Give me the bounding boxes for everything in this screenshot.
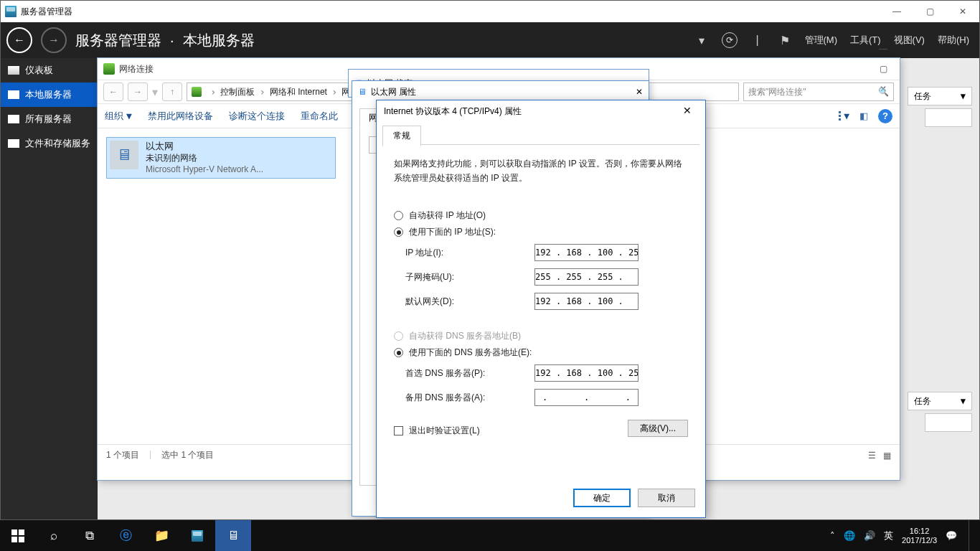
taskbar-clock[interactable]: 16:12 2017/12/3 [902,527,937,545]
sidebar-item-dashboard[interactable]: 仪表板 [1,58,98,83]
windows-logo-icon [11,529,24,542]
sidebar-label-file: 文件和存储服务 [25,137,90,150]
flag-icon[interactable]: ⚑ [778,34,792,47]
taskbar-explorer[interactable]: 📁 [143,520,179,551]
nc-title: 网络连接 [119,63,154,75]
nc-forward-button[interactable]: → [128,83,148,101]
taskbar-ie[interactable]: ⓔ [108,520,143,551]
tab-general[interactable]: 常规 [382,126,421,146]
sidebar-item-all-servers[interactable]: 所有服务器 [1,107,98,131]
ethernet-properties-title: 以太网 属性 [371,86,416,98]
maximize-button[interactable]: ▢ [913,1,946,22]
addr-seg-0[interactable]: 控制面板 [220,86,255,98]
tb-disable-device[interactable]: 禁用此网络设备 [148,110,213,123]
cancel-button[interactable]: 取消 [638,489,695,507]
checkbox-validate-label: 退出时验证设置(L) [409,425,480,437]
menu-manage[interactable]: 管理(M) [805,34,838,47]
action-center-icon[interactable]: 💬 [946,530,957,541]
taskbar-control-panel[interactable]: 🖥 [215,520,251,551]
radio-checked-icon [394,227,403,237]
sm-header: ← → 服务器管理器 · 本地服务器 ▾ ⟳ | ⚑ 管理(M) 工具(T) 视… [1,22,979,58]
breadcrumb-sep: · [170,32,174,49]
refresh-icon[interactable]: ⟳ [722,32,738,48]
sm-titlebar: 服务器管理器 — ▢ ✕ [1,1,979,22]
tray-ime[interactable]: 英 [884,529,893,542]
ipv4-info-text: 如果网络支持此功能，则可以获取自动指派的 IP 设置。否则，你需要从网络系统管理… [394,156,688,185]
taskbar-server-manager[interactable] [179,520,215,551]
sidebar-label-local: 本地服务器 [25,88,72,101]
tasks-dropdown-2[interactable]: 任务▼ [908,392,972,410]
tasks-label-2: 任务 [914,395,931,408]
dashboard-icon [8,66,19,75]
nc-history-dropdown[interactable]: ▾ [152,85,158,99]
radio-icon [394,211,403,220]
network-connections-icon [103,63,115,75]
minimize-button[interactable]: — [880,1,913,22]
nav-forward-button[interactable]: → [41,27,67,53]
adapter-driver: Microsoft Hyper-V Network A... [146,164,263,175]
status-item-count: 1 个项目 [106,449,139,461]
chevron-right-icon: › [259,86,265,98]
addr-seg-1[interactable]: 网络和 Internet [270,86,327,98]
ok-button[interactable]: 确定 [573,489,631,507]
eth-prop-close-button[interactable]: ✕ [636,87,643,97]
tray-volume-icon[interactable]: 🔊 [864,530,875,541]
input-preferred-dns[interactable] [534,364,639,382]
nc-back-button[interactable]: ← [103,83,123,101]
ipv4-properties-dialog: Internet 协议版本 4 (TCP/IPv4) 属性 ✕ 常规 如果网络支… [376,100,706,518]
input-default-gateway[interactable] [534,293,639,310]
radio-auto-ip[interactable]: 自动获得 IP 地址(O) [394,209,688,222]
sidebar-item-file-storage[interactable]: 文件和存储服务 [1,131,98,156]
server-manager-icon [192,530,203,542]
preview-pane-button[interactable]: ◧ [859,110,868,121]
menu-help[interactable]: 帮助(H) [938,34,969,47]
ipv4-dialog-title: Internet 协议版本 4 (TCP/IPv4) 属性 [384,105,522,118]
radio-use-dns[interactable]: 使用下面的 DNS 服务器地址(E): [394,347,688,359]
radio-auto-dns-label: 自动获得 DNS 服务器地址(B) [409,330,521,342]
sidebar-item-local-server[interactable]: 本地服务器 [1,83,98,107]
nc-minimize-button[interactable]: — [867,39,900,59]
sidebar-label-dashboard: 仪表板 [25,64,53,77]
help-icon[interactable]: ? [878,109,892,123]
view-mode-button[interactable]: ▼ [839,110,849,121]
checkbox-icon [394,426,403,435]
nc-up-button[interactable]: ↑ [162,83,182,101]
caret-icon[interactable]: ▾ [694,34,709,47]
start-button[interactable] [0,520,36,551]
breadcrumb-page: 本地服务器 [183,31,255,50]
tray-chevron-icon[interactable]: ˄ [830,530,835,541]
file-storage-icon [8,139,19,148]
nc-maximize-button[interactable]: ▢ [867,59,900,79]
label-default-gateway: 默认网关(D): [405,296,534,308]
search-icon: 🔍 [878,87,889,97]
tb-rename[interactable]: 重命名此 [301,110,338,123]
search-button[interactable]: ⌕ [36,520,72,551]
input-ip-address[interactable] [534,244,639,261]
task-view-button[interactable]: ⧉ [72,520,108,551]
input-subnet-mask[interactable] [534,268,639,286]
advanced-button[interactable]: 高级(V)... [628,420,688,437]
tasks-dropdown[interactable]: 任务▼ [908,87,972,105]
nav-back-button[interactable]: ← [6,27,32,53]
ipv4-close-button[interactable]: ✕ [677,103,698,120]
tb-organize[interactable]: 组织 ▼ [105,110,132,123]
radio-use-ip[interactable]: 使用下面的 IP 地址(S): [394,226,688,238]
tb-diagnose[interactable]: 诊断这个连接 [229,110,285,123]
sm-sidebar: 仪表板 本地服务器 所有服务器 文件和存储服务 [1,58,98,519]
radio-auto-dns: 自动获得 DNS 服务器地址(B) [394,330,688,342]
show-desktop-button[interactable] [969,520,974,551]
address-icon [192,87,202,97]
adapter-ethernet[interactable]: 以太网 未识别的网络 Microsoft Hyper-V Network A..… [106,137,336,179]
label-subnet-mask: 子网掩码(U): [405,271,534,283]
input-alternate-dns[interactable] [534,389,639,406]
tray-network-icon[interactable]: 🌐 [844,530,855,541]
search-placeholder: 搜索"网络连接" [748,86,806,98]
nc-search-input[interactable]: 搜索"网络连接" 🔍 [743,83,894,101]
view-icons-button[interactable]: ▦ [883,451,891,461]
view-details-button[interactable]: ☰ [868,451,876,461]
adapter-name: 以太网 [146,141,263,152]
tb-organize-label: 组织 [105,110,123,123]
close-button[interactable]: ✕ [946,1,979,22]
chevron-down-icon: ▼ [126,110,132,121]
breadcrumb-root: 服务器管理器 [75,31,161,50]
